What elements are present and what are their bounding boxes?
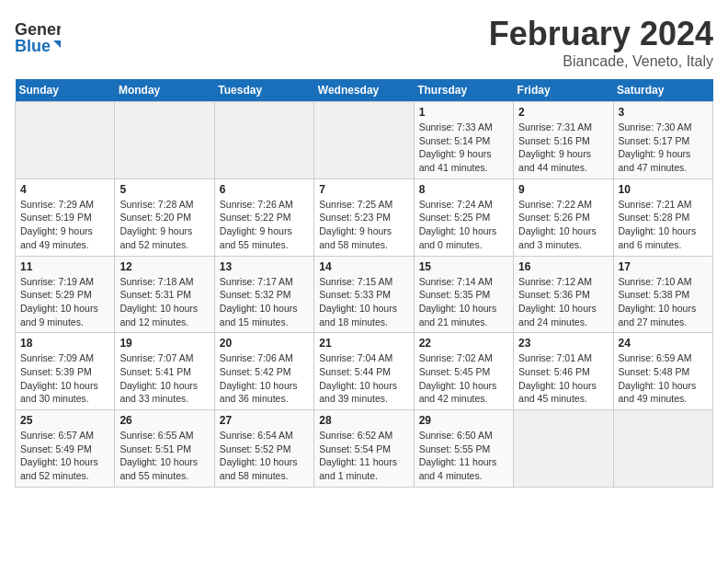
day-number: 27 bbox=[220, 414, 309, 427]
calendar-cell: 14Sunrise: 7:15 AM Sunset: 5:33 PM Dayli… bbox=[314, 256, 414, 333]
calendar-cell: 22Sunrise: 7:02 AM Sunset: 5:45 PM Dayli… bbox=[414, 333, 513, 410]
day-info: Sunrise: 7:24 AM Sunset: 5:25 PM Dayligh… bbox=[419, 198, 508, 252]
week-row-5: 25Sunrise: 6:57 AM Sunset: 5:49 PM Dayli… bbox=[16, 410, 713, 488]
calendar-cell: 16Sunrise: 7:12 AM Sunset: 5:36 PM Dayli… bbox=[514, 256, 613, 333]
calendar-cell: 8Sunrise: 7:24 AM Sunset: 5:25 PM Daylig… bbox=[414, 178, 513, 256]
calendar-cell: 13Sunrise: 7:17 AM Sunset: 5:32 PM Dayli… bbox=[214, 256, 313, 333]
day-info: Sunrise: 7:07 AM Sunset: 5:41 PM Dayligh… bbox=[119, 351, 209, 406]
day-info: Sunrise: 7:29 AM Sunset: 5:19 PM Dayligh… bbox=[20, 198, 109, 252]
day-number: 3 bbox=[619, 106, 708, 119]
day-number: 2 bbox=[518, 106, 608, 119]
day-number: 13 bbox=[220, 260, 309, 273]
day-info: Sunrise: 6:59 AM Sunset: 5:48 PM Dayligh… bbox=[619, 351, 708, 406]
week-row-1: 1Sunrise: 7:33 AM Sunset: 5:14 PM Daylig… bbox=[16, 102, 713, 179]
day-number: 4 bbox=[20, 183, 109, 196]
day-number: 11 bbox=[20, 260, 109, 273]
calendar-cell: 21Sunrise: 7:04 AM Sunset: 5:44 PM Dayli… bbox=[314, 333, 414, 410]
calendar-cell bbox=[613, 410, 712, 488]
day-info: Sunrise: 6:50 AM Sunset: 5:55 PM Dayligh… bbox=[419, 429, 508, 483]
column-header-wednesday: Wednesday bbox=[314, 79, 414, 102]
day-info: Sunrise: 7:06 AM Sunset: 5:42 PM Dayligh… bbox=[220, 351, 309, 406]
day-info: Sunrise: 7:01 AM Sunset: 5:46 PM Dayligh… bbox=[518, 351, 608, 406]
day-number: 25 bbox=[20, 414, 109, 427]
week-row-3: 11Sunrise: 7:19 AM Sunset: 5:29 PM Dayli… bbox=[16, 256, 713, 333]
month-title: February 2024 bbox=[489, 15, 713, 53]
day-number: 9 bbox=[518, 183, 608, 196]
svg-text:General: General bbox=[15, 20, 61, 39]
day-number: 7 bbox=[319, 183, 408, 196]
calendar-cell: 18Sunrise: 7:09 AM Sunset: 5:39 PM Dayli… bbox=[16, 333, 115, 410]
title-section: February 2024 Biancade, Veneto, Italy bbox=[489, 15, 713, 70]
day-number: 20 bbox=[220, 337, 309, 350]
day-number: 19 bbox=[119, 337, 209, 350]
day-number: 8 bbox=[419, 183, 508, 196]
calendar-cell: 12Sunrise: 7:18 AM Sunset: 5:31 PM Dayli… bbox=[115, 256, 214, 333]
calendar-cell: 5Sunrise: 7:28 AM Sunset: 5:20 PM Daylig… bbox=[115, 178, 214, 256]
day-info: Sunrise: 7:09 AM Sunset: 5:39 PM Dayligh… bbox=[20, 351, 109, 406]
day-info: Sunrise: 7:19 AM Sunset: 5:29 PM Dayligh… bbox=[20, 275, 109, 329]
day-info: Sunrise: 7:22 AM Sunset: 5:26 PM Dayligh… bbox=[518, 198, 608, 252]
day-info: Sunrise: 7:14 AM Sunset: 5:35 PM Dayligh… bbox=[419, 275, 508, 329]
day-number: 16 bbox=[518, 260, 608, 273]
calendar-cell: 2Sunrise: 7:31 AM Sunset: 5:16 PM Daylig… bbox=[514, 102, 613, 179]
calendar-cell bbox=[514, 410, 613, 488]
day-info: Sunrise: 7:04 AM Sunset: 5:44 PM Dayligh… bbox=[319, 351, 408, 406]
week-row-2: 4Sunrise: 7:29 AM Sunset: 5:19 PM Daylig… bbox=[16, 178, 713, 256]
day-info: Sunrise: 6:52 AM Sunset: 5:54 PM Dayligh… bbox=[319, 429, 408, 483]
day-number: 24 bbox=[619, 337, 708, 350]
calendar-cell: 11Sunrise: 7:19 AM Sunset: 5:29 PM Dayli… bbox=[16, 256, 115, 333]
day-number: 12 bbox=[119, 260, 209, 273]
day-number: 22 bbox=[419, 337, 508, 350]
calendar-cell bbox=[314, 102, 414, 179]
calendar-cell: 23Sunrise: 7:01 AM Sunset: 5:46 PM Dayli… bbox=[514, 333, 613, 410]
day-number: 1 bbox=[419, 106, 508, 119]
day-info: Sunrise: 7:28 AM Sunset: 5:20 PM Dayligh… bbox=[119, 198, 209, 252]
calendar-cell: 17Sunrise: 7:10 AM Sunset: 5:38 PM Dayli… bbox=[613, 256, 712, 333]
day-number: 26 bbox=[119, 414, 209, 427]
column-header-thursday: Thursday bbox=[414, 79, 513, 102]
column-header-sunday: Sunday bbox=[16, 79, 115, 102]
day-info: Sunrise: 7:31 AM Sunset: 5:16 PM Dayligh… bbox=[518, 121, 608, 175]
svg-marker-2 bbox=[53, 40, 61, 48]
day-number: 5 bbox=[119, 183, 209, 196]
day-info: Sunrise: 7:18 AM Sunset: 5:31 PM Dayligh… bbox=[119, 275, 209, 329]
day-number: 15 bbox=[419, 260, 508, 273]
day-info: Sunrise: 7:17 AM Sunset: 5:32 PM Dayligh… bbox=[220, 275, 309, 329]
logo-icon: General Blue bbox=[15, 15, 61, 56]
calendar-cell: 4Sunrise: 7:29 AM Sunset: 5:19 PM Daylig… bbox=[16, 178, 115, 256]
day-info: Sunrise: 6:55 AM Sunset: 5:51 PM Dayligh… bbox=[119, 429, 209, 483]
subtitle: Biancade, Veneto, Italy bbox=[489, 53, 713, 70]
day-info: Sunrise: 7:33 AM Sunset: 5:14 PM Dayligh… bbox=[419, 121, 508, 175]
day-number: 28 bbox=[319, 414, 408, 427]
day-info: Sunrise: 6:54 AM Sunset: 5:52 PM Dayligh… bbox=[220, 429, 309, 483]
svg-text:Blue: Blue bbox=[15, 37, 51, 55]
calendar-cell: 15Sunrise: 7:14 AM Sunset: 5:35 PM Dayli… bbox=[414, 256, 513, 333]
day-number: 14 bbox=[319, 260, 408, 273]
day-info: Sunrise: 7:26 AM Sunset: 5:22 PM Dayligh… bbox=[220, 198, 309, 252]
day-info: Sunrise: 7:21 AM Sunset: 5:28 PM Dayligh… bbox=[619, 198, 708, 252]
calendar-cell bbox=[115, 102, 214, 179]
calendar-cell: 3Sunrise: 7:30 AM Sunset: 5:17 PM Daylig… bbox=[613, 102, 712, 179]
column-header-monday: Monday bbox=[115, 79, 214, 102]
day-info: Sunrise: 7:30 AM Sunset: 5:17 PM Dayligh… bbox=[619, 121, 708, 175]
day-info: Sunrise: 7:10 AM Sunset: 5:38 PM Dayligh… bbox=[619, 275, 708, 329]
calendar-cell: 29Sunrise: 6:50 AM Sunset: 5:55 PM Dayli… bbox=[414, 410, 513, 488]
column-header-tuesday: Tuesday bbox=[214, 79, 313, 102]
calendar-cell: 26Sunrise: 6:55 AM Sunset: 5:51 PM Dayli… bbox=[115, 410, 214, 488]
day-info: Sunrise: 7:25 AM Sunset: 5:23 PM Dayligh… bbox=[319, 198, 408, 252]
day-number: 17 bbox=[619, 260, 708, 273]
day-number: 18 bbox=[20, 337, 109, 350]
calendar-cell: 6Sunrise: 7:26 AM Sunset: 5:22 PM Daylig… bbox=[214, 178, 313, 256]
calendar-cell: 10Sunrise: 7:21 AM Sunset: 5:28 PM Dayli… bbox=[613, 178, 712, 256]
logo: General Blue bbox=[15, 15, 61, 56]
calendar-cell: 28Sunrise: 6:52 AM Sunset: 5:54 PM Dayli… bbox=[314, 410, 414, 488]
day-number: 21 bbox=[319, 337, 408, 350]
calendar-cell: 7Sunrise: 7:25 AM Sunset: 5:23 PM Daylig… bbox=[314, 178, 414, 256]
calendar-cell: 19Sunrise: 7:07 AM Sunset: 5:41 PM Dayli… bbox=[115, 333, 214, 410]
calendar-cell: 27Sunrise: 6:54 AM Sunset: 5:52 PM Dayli… bbox=[214, 410, 313, 488]
calendar-cell bbox=[214, 102, 313, 179]
day-info: Sunrise: 6:57 AM Sunset: 5:49 PM Dayligh… bbox=[20, 429, 109, 483]
calendar-cell: 24Sunrise: 6:59 AM Sunset: 5:48 PM Dayli… bbox=[613, 333, 712, 410]
calendar-cell: 1Sunrise: 7:33 AM Sunset: 5:14 PM Daylig… bbox=[414, 102, 513, 179]
calendar-cell: 9Sunrise: 7:22 AM Sunset: 5:26 PM Daylig… bbox=[514, 178, 613, 256]
